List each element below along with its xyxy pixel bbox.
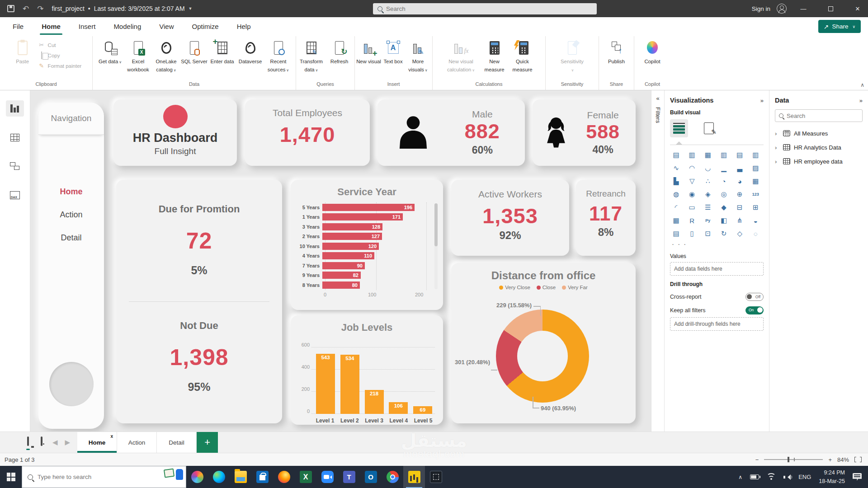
dax-query-view-button[interactable]: DAX [6, 187, 24, 203]
battery-icon[interactable] [750, 474, 759, 479]
q-and-a-icon[interactable]: ◒ [750, 215, 762, 226]
clustered-column-chart-icon[interactable]: ▥ [717, 150, 730, 160]
r-script-visual-icon[interactable]: R [686, 215, 698, 226]
bar[interactable]: 90 [322, 262, 365, 269]
menu-tab-file[interactable]: File [6, 17, 30, 36]
close-button[interactable]: ✕ [847, 0, 868, 17]
global-search[interactable] [373, 3, 597, 14]
onelake-catalog-button[interactable]: OneLake catalog∨ [152, 39, 180, 73]
expand-filters-icon[interactable]: « [656, 95, 659, 102]
refresh-button[interactable]: ↻ Refresh [326, 39, 354, 65]
taskbar-search-input[interactable] [38, 474, 142, 480]
copilot-button[interactable]: Copilot [639, 39, 666, 65]
snipping-tool-taskbar-button[interactable] [425, 466, 447, 488]
sensitivity-button[interactable]: Sensitivity∨ [557, 39, 588, 73]
collapse-pane-icon[interactable]: » [760, 97, 764, 104]
card-icon[interactable]: ▭ [686, 202, 698, 213]
100-stacked-bar-chart-icon[interactable]: ▤ [734, 150, 746, 160]
bar[interactable]: 110 [322, 252, 374, 259]
bar[interactable]: 127 [322, 233, 382, 240]
cut-button[interactable]: ✂Cut [38, 42, 82, 48]
keep-all-filters-toggle[interactable]: On [745, 306, 764, 314]
card-123-icon[interactable]: 123 [750, 189, 762, 200]
file-explorer-taskbar-button[interactable] [230, 466, 251, 488]
stacked-bar-chart-icon[interactable]: ▤ [670, 150, 682, 160]
power-apps-icon[interactable]: ⊡ [702, 228, 714, 239]
collapse-ribbon-icon[interactable]: ∧ [860, 82, 864, 88]
100-stacked-column-chart-icon[interactable]: ▥ [750, 150, 762, 160]
treemap-icon[interactable]: ▦ [750, 176, 762, 187]
enter-data-button[interactable]: + Enter data [208, 39, 236, 65]
build-visual-mode-button[interactable] [670, 119, 688, 137]
bar[interactable]: 218 [365, 390, 384, 414]
sql-server-button[interactable]: SQL Server [180, 39, 208, 65]
paste-button[interactable]: Paste [11, 39, 34, 65]
chevron-down-icon[interactable]: ▼ [189, 6, 193, 11]
zoom-in-icon[interactable]: + [828, 456, 832, 463]
legend-item-close[interactable]: Close [537, 285, 556, 290]
promotion-card[interactable]: Due for Promtion 72 5% Not Due 1,398 95% [116, 180, 282, 423]
paginated-report-icon[interactable]: ▯ [686, 228, 698, 239]
line-chart-icon[interactable]: ∿ [670, 163, 682, 174]
menu-tab-home[interactable]: Home [35, 17, 67, 36]
line-clustered-column-chart-icon[interactable]: ▃ [734, 163, 746, 174]
sign-in-link[interactable]: Sign in [752, 5, 770, 12]
bar[interactable]: 128 [322, 223, 382, 230]
transform-data-button[interactable]: ✎ Transform data∨ [297, 39, 326, 73]
decomposition-tree-icon[interactable]: ⋔ [734, 215, 746, 226]
retrench-card[interactable]: Retreanch 117 8% [576, 180, 636, 256]
smart-narrative-icon[interactable]: ▤ [670, 228, 682, 239]
menu-tab-optimize[interactable]: Optimize [186, 17, 225, 36]
format-painter-button[interactable]: ✎Format painter [38, 62, 82, 69]
male-card[interactable]: Male 882 60% [377, 99, 525, 166]
data-search-input[interactable] [787, 113, 854, 119]
bar[interactable]: 82 [322, 272, 361, 279]
microsoft-store-taskbar-button[interactable] [251, 466, 273, 488]
excel-taskbar-button[interactable] [295, 466, 316, 488]
bar[interactable]: 196 [322, 204, 415, 211]
share-button[interactable]: ↗ Share ∨ [818, 20, 861, 33]
table-icon[interactable]: ⊞ [750, 202, 762, 213]
power-automate-icon[interactable]: ↻ [717, 228, 730, 239]
python-visual-icon[interactable]: Py [702, 215, 714, 226]
page-tab-action[interactable]: Action [117, 432, 157, 453]
job-levels-chart[interactable]: Job Levels 0200400600 54353421810669 Lev… [291, 315, 443, 425]
stacked-area-chart-icon[interactable]: ◡ [702, 163, 714, 174]
bar-column-1[interactable]: 543 [316, 354, 335, 414]
cross-report-toggle[interactable]: Off [745, 293, 764, 301]
gauge-icon[interactable]: ◜ [670, 202, 682, 213]
undo-icon[interactable]: ↶ [23, 4, 29, 14]
copy-button[interactable]: Copy [38, 52, 82, 59]
legend-item-very-close[interactable]: Very Close [499, 285, 530, 290]
chrome-taskbar-button[interactable] [382, 466, 403, 488]
tree-item-all-measures[interactable]: ›All Measures [775, 128, 863, 138]
model-view-button[interactable] [6, 158, 24, 174]
kpi-icon[interactable]: ◆ [717, 202, 730, 213]
ribbon-chart-icon[interactable]: ▨ [750, 163, 762, 174]
zoom-taskbar-button[interactable] [316, 466, 338, 488]
menu-tab-modeling[interactable]: Modeling [107, 17, 147, 36]
pie-chart-icon[interactable]: ◔ [717, 176, 730, 187]
excel-workbook-button[interactable]: X Excel workbook [124, 39, 152, 73]
maximize-button[interactable] [820, 0, 841, 17]
goals-icon[interactable]: ◇ [734, 228, 746, 239]
notification-center-icon[interactable] [853, 473, 862, 481]
get-data-button[interactable]: Get data∨ [96, 39, 124, 65]
new-visual-calculation-button[interactable]: fx New visual calculation∨ [442, 39, 481, 73]
bar[interactable]: 80 [322, 282, 360, 289]
slicer-icon[interactable]: ⊟ [734, 202, 746, 213]
account-icon[interactable] [777, 4, 787, 14]
zoom-slider[interactable] [764, 459, 823, 460]
arcgis-map-icon[interactable]: ⊕ [734, 189, 746, 200]
nav-item-home[interactable]: Home [60, 187, 82, 197]
copilot-taskbar-button[interactable] [186, 466, 208, 488]
clustered-bar-chart-icon[interactable]: ▦ [702, 150, 714, 160]
area-chart-icon[interactable]: ◠ [686, 163, 698, 174]
desktop-layout-button[interactable] [27, 437, 29, 447]
shape-map-icon[interactable]: ◈ [702, 189, 714, 200]
azure-map-icon[interactable]: ◎ [717, 189, 730, 200]
chevron-right-icon[interactable]: › [775, 158, 779, 165]
chevron-right-icon[interactable]: › [775, 144, 779, 151]
donut-chart-icon[interactable]: ◕ [734, 176, 746, 187]
active-workers-card[interactable]: Active Workers 1,353 92% [451, 180, 569, 256]
